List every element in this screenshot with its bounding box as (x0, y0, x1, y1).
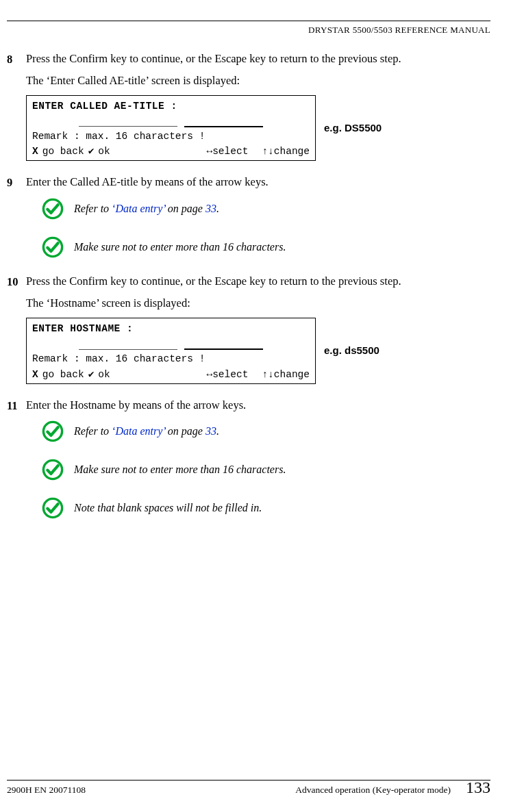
tip-text: Make sure not to enter more than 16 char… (74, 462, 286, 477)
link-page-33[interactable]: 33 (205, 203, 216, 214)
step-9: 9 Enter the Called AE-title by means of … (7, 175, 490, 273)
footer-center: Advanced operation (Key-operator mode) (229, 784, 456, 796)
check-icon: ✔ (88, 368, 95, 381)
step-number: 9 (7, 175, 26, 273)
tip-text: Refer to ‘Data entry’ on page 33. (74, 424, 219, 439)
page-footer: 2900H EN 20071108 Advanced operation (Ke… (7, 776, 490, 798)
page: DRYSTAR 5500/5503 REFERENCE MANUAL 8 Pre… (0, 0, 511, 812)
tip-row: Make sure not to enter more than 16 char… (41, 458, 490, 481)
steps-list: 8 Press the Confirm key to continue, or … (7, 51, 490, 535)
page-number: 133 (456, 776, 490, 798)
tip-row: Note that blank spaces will not be fille… (41, 496, 490, 520)
tip-row: Refer to ‘Data entry’ on page 33. (41, 197, 490, 220)
input-placeholder: ________________ (79, 117, 177, 130)
lcd-screen: ENTER HOSTNAME : ________________ Remark… (26, 318, 316, 383)
tip-text: Note that blank spaces will not be fille… (74, 500, 262, 516)
foot-ok: ok (98, 145, 110, 157)
check-icon: ✔ (88, 145, 95, 157)
tip-text: Refer to ‘Data entry’ on page 33. (74, 201, 219, 216)
link-data-entry[interactable]: ‘Data entry’ (112, 425, 165, 437)
step-text: Enter the Called AE-title by means of th… (26, 175, 490, 190)
foot-back: go back (42, 145, 84, 157)
step-body: Enter the Called AE-title by means of th… (26, 175, 490, 273)
input-underline (184, 348, 263, 351)
header-rule (7, 21, 490, 21)
example-label: e.g. DS5500 (324, 121, 382, 135)
foot-ok: ok (98, 368, 110, 381)
foot-change: ↑↓change (262, 368, 310, 381)
step-number: 11 (7, 398, 26, 535)
footer-left: 2900H EN 20071108 (7, 784, 229, 796)
screen-remark: Remark : max. 16 characters ! (32, 353, 310, 365)
step-8: 8 Press the Confirm key to continue, or … (7, 51, 490, 175)
header-product: DRYSTAR 5500/5503 (308, 25, 395, 35)
screen-footer: X go back ✔ ok ↔select ↑↓change (32, 145, 310, 157)
step-number: 8 (7, 51, 26, 175)
screen-input-line: ________________ (32, 335, 310, 353)
header-text: DRYSTAR 5500/5503 REFERENCE MANUAL (7, 24, 490, 36)
step-body: Enter the Hostname by means of the arrow… (26, 398, 490, 535)
foot-select: ↔select (206, 145, 248, 157)
x-icon: X (32, 368, 38, 381)
screen-row: ENTER CALLED AE-TITLE : ________________… (26, 95, 490, 161)
input-underline (184, 126, 263, 128)
step-10: 10 Press the Confirm key to continue, or… (7, 274, 490, 398)
x-icon: X (32, 145, 38, 157)
foot-select: ↔select (206, 368, 248, 381)
tip-row: Refer to ‘Data entry’ on page 33. (41, 420, 490, 443)
screen-input-line: ________________ (32, 112, 310, 130)
foot-change: ↑↓change (262, 145, 310, 157)
screen-row: ENTER HOSTNAME : ________________ Remark… (26, 318, 490, 383)
example-label: e.g. ds5500 (324, 344, 379, 357)
link-page-33[interactable]: 33 (205, 425, 216, 437)
step-body: Press the Confirm key to continue, or th… (26, 274, 490, 398)
step-text: Enter the Hostname by means of the arrow… (26, 398, 490, 413)
step-text: The ‘Enter Called AE-title’ screen is di… (26, 73, 490, 88)
step-text: Press the Confirm key to continue, or th… (26, 274, 490, 289)
link-data-entry[interactable]: ‘Data entry’ (112, 203, 165, 214)
foot-back: go back (42, 368, 84, 381)
check-circle-icon (41, 496, 64, 520)
lcd-screen: ENTER CALLED AE-TITLE : ________________… (26, 95, 316, 161)
step-body: Press the Confirm key to continue, or th… (26, 51, 490, 175)
screen-footer: X go back ✔ ok ↔select ↑↓change (32, 368, 310, 381)
screen-title: ENTER HOSTNAME : (32, 322, 310, 335)
input-placeholder: ________________ (79, 340, 177, 353)
step-text: The ‘Hostname’ screen is displayed: (26, 296, 490, 311)
screen-remark: Remark : max. 16 characters ! (32, 130, 310, 142)
check-circle-icon (41, 420, 64, 443)
screen-title: ENTER CALLED AE-TITLE : (32, 100, 310, 112)
step-text: Press the Confirm key to continue, or th… (26, 51, 490, 66)
tip-row: Make sure not to enter more than 16 char… (41, 236, 490, 259)
tip-text: Make sure not to enter more than 16 char… (74, 240, 286, 255)
check-circle-icon (41, 197, 64, 220)
header-doc: REFERENCE MANUAL (395, 25, 491, 35)
step-11: 11 Enter the Hostname by means of the ar… (7, 398, 490, 535)
step-number: 10 (7, 274, 26, 398)
check-circle-icon (41, 458, 64, 481)
check-circle-icon (41, 236, 64, 259)
